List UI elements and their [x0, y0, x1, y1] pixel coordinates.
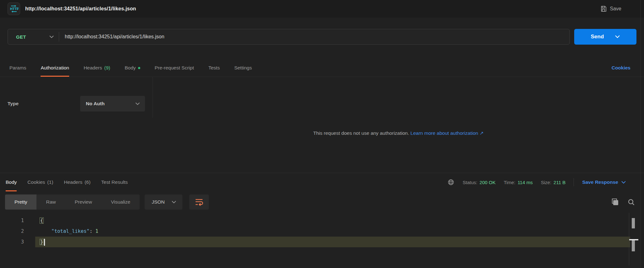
status-label: Status:	[463, 180, 477, 185]
size-label: Size:	[541, 180, 551, 185]
tab-tests[interactable]: Tests	[208, 59, 220, 77]
save-floppy-icon	[600, 5, 607, 12]
learn-more-authorization-link[interactable]: Learn more about authorization ↗	[410, 130, 484, 136]
tab-prerequest-script[interactable]: Pre-request Script	[155, 59, 194, 77]
view-preview-button[interactable]: Preview	[65, 194, 102, 210]
visualize-label: Visualize	[111, 199, 130, 205]
http-request-tab-icon[interactable]: HTTP	[8, 3, 20, 15]
json-key-token: "total_likes"	[51, 228, 89, 234]
url-input[interactable]: http://localhost:34251/api/articles/1/li…	[59, 34, 569, 40]
scrollbar-annotation-top[interactable]	[632, 218, 635, 228]
line-number-1: 1	[0, 215, 35, 226]
line-number-2: 2	[0, 226, 35, 237]
send-button-label: Send	[591, 34, 604, 40]
json-value-token: 1	[95, 228, 98, 234]
search-response-button[interactable]	[627, 198, 635, 206]
request-url-row: GET http://localhost:34251/api/articles/…	[0, 18, 644, 45]
response-tab-body-label: Body	[6, 179, 17, 185]
word-wrap-button[interactable]	[189, 194, 209, 210]
search-icon	[627, 198, 635, 206]
chevron-down-icon	[135, 102, 140, 105]
view-mode-segmented-control: Pretty Raw Preview Visualize	[5, 194, 140, 210]
view-raw-button[interactable]: Raw	[36, 194, 65, 210]
view-pretty-button[interactable]: Pretty	[5, 194, 36, 210]
tab-params-label: Params	[9, 65, 26, 71]
line-number-3: 3	[0, 237, 35, 247]
tab-body-label: Body	[125, 65, 136, 71]
response-tab-headers-label: Headers	[64, 179, 82, 185]
save-button[interactable]: Save	[600, 5, 621, 12]
auth-type-dropdown[interactable]: No Auth	[80, 96, 145, 112]
network-globe-icon[interactable]	[447, 179, 454, 186]
save-response-label: Save Response	[582, 179, 618, 185]
window-right-edge-divider	[641, 0, 641, 268]
open-brace-token: {	[40, 217, 44, 224]
status-value: 200 OK	[480, 180, 496, 185]
external-link-arrow-icon: ↗	[480, 130, 484, 136]
response-meta-bar: Status: 200 OK Time: 114 ms Size: 211 B …	[447, 178, 644, 186]
word-wrap-icon	[195, 198, 203, 206]
time-indicator: Time: 114 ms	[504, 180, 533, 185]
chevron-down-icon	[621, 181, 626, 184]
save-response-button[interactable]: Save Response	[582, 179, 626, 185]
response-body-editor[interactable]: 1 { 2 "total_likes": 1 3 }	[0, 213, 644, 265]
format-dropdown[interactable]: JSON	[145, 194, 182, 210]
tab-headers[interactable]: Headers (9)	[84, 59, 110, 77]
copy-icon	[611, 198, 619, 206]
auth-message-area: This request does not use any authorizat…	[153, 77, 644, 173]
copy-response-button[interactable]	[611, 198, 619, 206]
save-button-label: Save	[610, 6, 621, 12]
response-headers-count-badge: (6)	[85, 179, 91, 185]
top-header-bar: HTTP http://localhost:34251/api/articles…	[0, 0, 644, 18]
view-visualize-button[interactable]: Visualize	[102, 194, 140, 210]
time-label: Time:	[504, 180, 515, 185]
learn-more-label: Learn more about authorization	[410, 130, 478, 136]
authorization-panel: Type No Auth This request does not use a…	[0, 77, 644, 173]
colon-token: :	[90, 228, 92, 234]
raw-label: Raw	[46, 199, 56, 205]
close-brace-token: }	[40, 239, 44, 245]
response-tab-test-results-label: Test Results	[101, 179, 128, 185]
auth-type-column: Type No Auth	[0, 77, 153, 118]
send-button[interactable]: Send	[574, 29, 636, 45]
chevron-down-icon	[172, 201, 176, 204]
auth-type-label: Type	[8, 101, 19, 107]
response-section: Body Cookies (1) Headers (6) Test Result…	[0, 173, 644, 265]
code-line-1: 1 {	[0, 215, 644, 226]
response-tab-test-results[interactable]: Test Results	[101, 173, 128, 191]
response-tab-cookies[interactable]: Cookies (1)	[27, 173, 53, 191]
method-label: GET	[16, 34, 26, 40]
send-chevron-down-icon	[615, 35, 620, 38]
tab-authorization-label: Authorization	[41, 65, 69, 71]
response-tab-headers[interactable]: Headers (6)	[64, 173, 91, 191]
code-line-3: 3 }	[0, 237, 644, 247]
pretty-label: Pretty	[14, 199, 27, 205]
http-icon: HTTP	[9, 4, 19, 14]
status-indicator: Status: 200 OK	[463, 180, 496, 185]
tab-settings-label: Settings	[234, 65, 252, 71]
meta-divider	[574, 178, 574, 186]
time-value: 114 ms	[518, 180, 533, 185]
response-tabs-bar: Body Cookies (1) Headers (6) Test Result…	[0, 173, 644, 191]
url-box: GET http://localhost:34251/api/articles/…	[8, 29, 570, 45]
request-tabs-bar: Params Authorization Headers (9) Body Pr…	[0, 59, 644, 77]
svg-text:HTTP: HTTP	[10, 7, 19, 11]
tab-params[interactable]: Params	[9, 59, 26, 77]
cookies-count-badge: (1)	[47, 179, 53, 185]
method-dropdown[interactable]: GET	[8, 29, 59, 44]
request-title: http://localhost:34251/api/articles/1/li…	[25, 6, 136, 12]
text-cursor	[44, 239, 45, 246]
tab-authorization[interactable]: Authorization	[41, 59, 69, 77]
chevron-down-icon	[49, 36, 54, 38]
tab-body[interactable]: Body	[125, 59, 140, 77]
tab-settings[interactable]: Settings	[234, 59, 252, 77]
preview-label: Preview	[75, 199, 92, 205]
code-line-2: 2 "total_likes": 1	[0, 226, 644, 237]
tab-tests-label: Tests	[208, 65, 220, 71]
cookies-link[interactable]: Cookies	[612, 65, 630, 71]
size-value: 211 B	[553, 180, 565, 185]
format-label: JSON	[152, 199, 164, 205]
response-tab-cookies-label: Cookies	[27, 179, 45, 185]
scrollbar-annotation-active[interactable]	[632, 240, 635, 251]
response-tab-body[interactable]: Body	[6, 173, 17, 191]
